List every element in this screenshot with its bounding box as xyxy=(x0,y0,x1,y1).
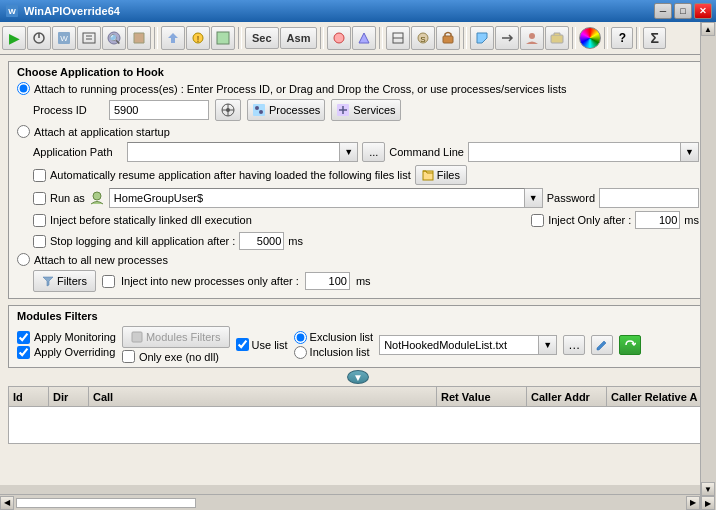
expand-button[interactable]: ▼ xyxy=(347,370,369,384)
inject-new-checkbox[interactable] xyxy=(102,275,115,288)
col-caller-addr: Caller Addr xyxy=(527,387,607,406)
modules-right: Use list Exclusion list Inclusion list xyxy=(236,331,699,359)
svg-point-28 xyxy=(259,110,263,114)
svg-rect-30 xyxy=(423,171,433,180)
apply-monitoring-checkbox[interactable] xyxy=(17,331,30,344)
exclusion-radio[interactable] xyxy=(294,331,307,344)
scroll-up-button[interactable]: ▲ xyxy=(701,22,715,36)
exclusion-dropdown[interactable]: ▼ xyxy=(539,335,557,355)
run-as-input[interactable] xyxy=(109,188,525,208)
files-button[interactable]: Files xyxy=(415,165,467,185)
sigma-button[interactable]: Σ xyxy=(643,27,665,49)
col-ret-value: Ret Value xyxy=(437,387,527,406)
asm-button[interactable]: Asm xyxy=(280,27,318,49)
svg-text:S: S xyxy=(421,35,426,44)
scroll-down-button[interactable]: ▼ xyxy=(701,482,715,496)
cmdline-input[interactable] xyxy=(468,142,681,162)
toolbar: ▶ W 🔍 ! xyxy=(0,22,716,55)
right-scrollbar[interactable]: ▲ ▼ ▶ xyxy=(700,22,716,510)
tb-btn-8[interactable]: ! xyxy=(186,26,210,50)
svg-rect-6 xyxy=(83,33,95,43)
inject-before-checkbox[interactable] xyxy=(33,214,46,227)
scroll-right-button[interactable]: ▶ xyxy=(701,496,715,510)
tb-btn-9[interactable] xyxy=(211,26,235,50)
svg-rect-19 xyxy=(443,36,453,43)
exclusion-file-input[interactable] xyxy=(379,335,539,355)
only-exe-checkbox[interactable] xyxy=(122,350,135,363)
svg-rect-32 xyxy=(132,332,142,342)
minimize-button[interactable]: ─ xyxy=(654,3,672,19)
separator-3 xyxy=(320,27,324,49)
svg-point-27 xyxy=(255,106,259,110)
process-id-input[interactable] xyxy=(109,100,209,120)
refresh-button[interactable] xyxy=(619,335,641,355)
separator-8 xyxy=(636,27,640,49)
tb-btn-4[interactable] xyxy=(77,26,101,50)
ms-label-2: ms xyxy=(288,235,303,247)
services-button[interactable]: Services xyxy=(331,99,400,121)
edit-exclusion-button[interactable] xyxy=(591,335,613,355)
browse-exclusion-button[interactable]: … xyxy=(563,335,585,355)
inject-only-input[interactable] xyxy=(635,211,680,229)
play-button[interactable]: ▶ xyxy=(2,26,26,50)
processes-button[interactable]: Processes xyxy=(247,99,325,121)
tb-btn-6[interactable] xyxy=(127,26,151,50)
table-body xyxy=(9,407,707,444)
separator-1 xyxy=(154,27,158,49)
tb-btn-17[interactable] xyxy=(520,26,544,50)
exclusion-label: Exclusion list xyxy=(310,331,374,343)
modules-filters-button[interactable]: Modules Filters xyxy=(122,326,230,348)
use-list-checkbox[interactable] xyxy=(236,338,249,351)
attach-newproc-label: Attach to all new processes xyxy=(34,254,168,266)
tb-btn-10[interactable] xyxy=(327,26,351,50)
attach-newproc-radio[interactable] xyxy=(17,253,30,266)
sec-button[interactable]: Sec xyxy=(245,27,279,49)
new-proc-row: Filters Inject into new processes only a… xyxy=(33,270,699,292)
run-as-dropdown[interactable]: ▼ xyxy=(525,188,543,208)
attach-running-radio[interactable] xyxy=(17,82,30,95)
main-content: Choose Application to Hook Attach to run… xyxy=(0,55,716,485)
password-input[interactable] xyxy=(599,188,699,208)
cmdline-dropdown[interactable]: ▼ xyxy=(681,142,699,162)
apply-monitoring-label: Apply Monitoring xyxy=(34,331,116,343)
app-path-browse[interactable]: ... xyxy=(362,142,385,162)
tb-btn-2[interactable] xyxy=(27,26,51,50)
tb-btn-14[interactable] xyxy=(436,26,460,50)
tb-btn-18[interactable] xyxy=(545,26,569,50)
tb-btn-16[interactable] xyxy=(495,26,519,50)
svg-text:!: ! xyxy=(197,34,200,44)
tb-btn-12[interactable] xyxy=(386,26,410,50)
inject-only-after-checkbox[interactable] xyxy=(531,214,544,227)
inclusion-label: Inclusion list xyxy=(310,346,370,358)
run-as-checkbox[interactable] xyxy=(33,192,46,205)
tb-btn-5[interactable]: 🔍 xyxy=(102,26,126,50)
separator-7 xyxy=(604,27,608,49)
color-picker[interactable] xyxy=(579,27,601,49)
auto-resume-checkbox[interactable] xyxy=(33,169,46,182)
inject-new-input[interactable] xyxy=(305,272,350,290)
tb-btn-13[interactable]: S xyxy=(411,26,435,50)
hook-section-title: Choose Application to Hook xyxy=(17,66,699,78)
tb-btn-11[interactable] xyxy=(352,26,376,50)
filters-button[interactable]: Filters xyxy=(33,270,96,292)
app-path-input[interactable] xyxy=(127,142,340,162)
hscroll-thumb[interactable] xyxy=(16,498,196,508)
tb-btn-15[interactable] xyxy=(470,26,494,50)
hscroll-right-button[interactable]: ▶ xyxy=(686,496,700,510)
app-path-dropdown[interactable]: ▼ xyxy=(340,142,358,162)
apply-overriding-checkbox[interactable] xyxy=(17,346,30,359)
tb-btn-3[interactable]: W xyxy=(52,26,76,50)
maximize-button[interactable]: □ xyxy=(674,3,692,19)
app-path-combo: ▼ xyxy=(127,142,358,162)
hscroll-left-button[interactable]: ◀ xyxy=(0,496,14,510)
stop-logging-checkbox[interactable] xyxy=(33,235,46,248)
inclusion-radio[interactable] xyxy=(294,346,307,359)
crosshair-button[interactable] xyxy=(215,99,241,121)
stop-value-input[interactable] xyxy=(239,232,284,250)
help-button[interactable]: ? xyxy=(611,27,633,49)
close-button[interactable]: ✕ xyxy=(694,3,712,19)
attach-startup-radio[interactable] xyxy=(17,125,30,138)
modules-title: Modules Filters xyxy=(17,310,699,322)
run-as-label: Run as xyxy=(50,192,85,204)
tb-btn-7[interactable] xyxy=(161,26,185,50)
